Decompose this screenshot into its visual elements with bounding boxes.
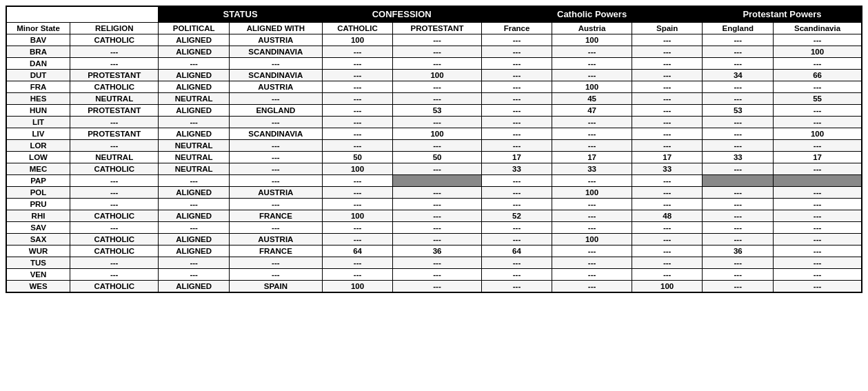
cell-minor: WES [6, 281, 70, 293]
cell-scandinavia: --- [774, 140, 862, 152]
cell-political: NEUTRAL [159, 163, 230, 175]
cell-religion: CATHOLIC [70, 34, 159, 46]
table-row: VEN------------------------------ [6, 269, 862, 281]
table-row: BRA---ALIGNEDSCANDINAVIA----------------… [6, 46, 862, 58]
cell-minor: FRA [6, 81, 70, 93]
table-row: POL---ALIGNEDAUSTRIA---------100--------… [6, 187, 862, 199]
cell-minor: SAX [6, 234, 70, 245]
table-row: FRACATHOLICALIGNEDAUSTRIA---------100---… [6, 81, 862, 93]
cell-political: ALIGNED [159, 34, 230, 46]
cell-catholic: --- [322, 199, 393, 210]
cell-england: --- [703, 281, 774, 293]
cell-religion: --- [70, 199, 159, 210]
cell-scandinavia: --- [774, 234, 862, 245]
cell-catholic: 50 [322, 152, 393, 163]
cell-spain: --- [632, 222, 703, 234]
cell-austria: 100 [552, 81, 632, 93]
cell-spain: --- [632, 257, 703, 269]
cell-minor: MEC [6, 163, 70, 175]
cell-protestant: --- [393, 117, 481, 128]
cell-catholic: 100 [322, 210, 393, 222]
cell-religion: --- [70, 187, 159, 199]
cell-france: --- [481, 117, 552, 128]
cell-catholic: --- [322, 93, 393, 105]
col-header-france: France [481, 22, 552, 34]
cell-france: --- [481, 140, 552, 152]
cell-protestant: --- [393, 187, 481, 199]
cell-protestant: --- [393, 257, 481, 269]
cell-austria: --- [552, 175, 632, 187]
cell-austria: --- [552, 117, 632, 128]
cell-aligned: SPAIN [230, 281, 323, 293]
cell-religion: --- [70, 117, 159, 128]
table-row: MECCATHOLICNEUTRAL---100---333333------ [6, 163, 862, 175]
cell-aligned: AUSTRIA [230, 81, 323, 93]
cell-minor: LIV [6, 128, 70, 140]
cell-england: --- [703, 93, 774, 105]
cell-spain: --- [632, 175, 703, 187]
cell-protestant: --- [393, 281, 481, 293]
cell-england: --- [703, 257, 774, 269]
header-group-row: STATUS CONFESSION Catholic Powers Protes… [6, 6, 862, 22]
cell-catholic: --- [322, 222, 393, 234]
cell-austria: --- [552, 199, 632, 210]
cell-political: --- [159, 199, 230, 210]
cell-catholic: --- [322, 234, 393, 245]
cell-religion: CATHOLIC [70, 234, 159, 245]
cell-austria: --- [552, 222, 632, 234]
cell-france: 64 [481, 245, 552, 257]
col-header-england: England [703, 22, 774, 34]
cell-austria: --- [552, 257, 632, 269]
cell-religion: NEUTRAL [70, 93, 159, 105]
cell-spain: --- [632, 128, 703, 140]
cell-spain: --- [632, 199, 703, 210]
cell-catholic: --- [322, 46, 393, 58]
cell-france: --- [481, 70, 552, 81]
table-row: DUTPROTESTANTALIGNEDSCANDINAVIA---100---… [6, 70, 862, 81]
cell-scandinavia: 100 [774, 128, 862, 140]
cell-protestant: 100 [393, 70, 481, 81]
cell-spain: --- [632, 81, 703, 93]
cell-austria: --- [552, 269, 632, 281]
cell-france: --- [481, 58, 552, 70]
cell-catholic: 64 [322, 245, 393, 257]
cell-austria: 45 [552, 93, 632, 105]
cell-religion: CATHOLIC [70, 163, 159, 175]
cell-religion: NEUTRAL [70, 152, 159, 163]
cell-scandinavia: --- [774, 58, 862, 70]
cell-aligned: AUSTRIA [230, 34, 323, 46]
cell-scandinavia: --- [774, 281, 862, 293]
cell-catholic: 100 [322, 34, 393, 46]
table-row: LOR---NEUTRAL------------------------ [6, 140, 862, 152]
cell-scandinavia: 17 [774, 152, 862, 163]
cell-minor: VEN [6, 269, 70, 281]
cell-scandinavia: --- [774, 163, 862, 175]
cell-catholic: --- [322, 58, 393, 70]
cell-spain: --- [632, 93, 703, 105]
cell-aligned: --- [230, 257, 323, 269]
table-wrapper: STATUS CONFESSION Catholic Powers Protes… [6, 6, 862, 293]
cell-austria: --- [552, 128, 632, 140]
cell-scandinavia: --- [774, 105, 862, 117]
cell-catholic: --- [322, 140, 393, 152]
cell-aligned: --- [230, 117, 323, 128]
cell-minor: SAV [6, 222, 70, 234]
cell-religion: CATHOLIC [70, 210, 159, 222]
cell-england: --- [703, 187, 774, 199]
col-header-aligned: ALIGNED WITH [230, 22, 323, 34]
cell-england: --- [703, 199, 774, 210]
col-header-religion: RELIGION [70, 22, 159, 34]
cell-protestant: --- [393, 234, 481, 245]
cell-protestant: 36 [393, 245, 481, 257]
cell-political: NEUTRAL [159, 152, 230, 163]
cell-austria: 100 [552, 187, 632, 199]
cell-austria: --- [552, 140, 632, 152]
cell-political: NEUTRAL [159, 140, 230, 152]
cell-religion: CATHOLIC [70, 81, 159, 93]
confession-group-header: CONFESSION [322, 6, 481, 22]
cell-scandinavia: --- [774, 245, 862, 257]
cell-austria: 47 [552, 105, 632, 117]
cell-religion: --- [70, 58, 159, 70]
table-row: TUS------------------------------ [6, 257, 862, 269]
cell-england: --- [703, 222, 774, 234]
